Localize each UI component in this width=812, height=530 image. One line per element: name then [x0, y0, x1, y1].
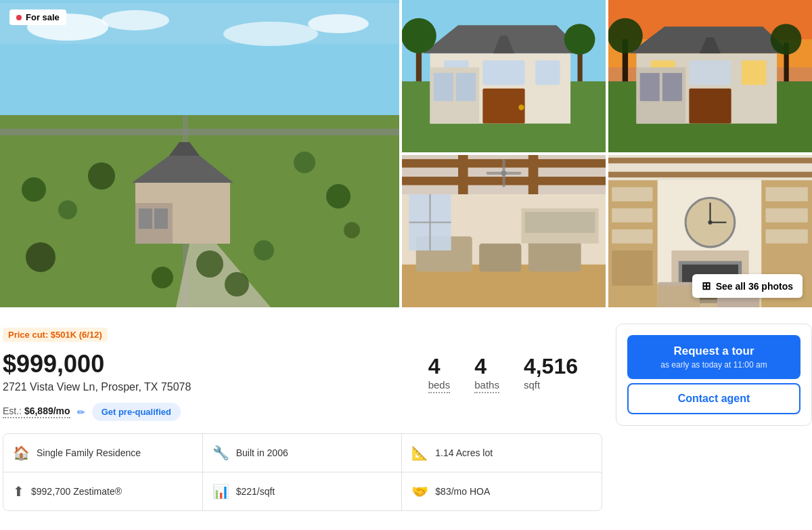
svg-rect-7	[0, 129, 399, 135]
svg-rect-52	[742, 60, 766, 85]
request-tour-button[interactable]: Request a tour as early as today at 11:0…	[627, 335, 800, 379]
see-all-photos-label: See all 36 photos	[716, 281, 793, 292]
listing-info-main: Price cut: $501K (6/12) $999,000 2721 Vi…	[0, 318, 616, 511]
detail-icon: ⬆	[13, 483, 24, 500]
contact-agent-button[interactable]: Contact agent	[627, 383, 800, 414]
svg-rect-88	[612, 250, 652, 286]
detail-cell: 📐1.14 Acres lot	[402, 434, 602, 472]
svg-point-21	[196, 250, 223, 278]
svg-rect-83	[608, 172, 812, 177]
svg-rect-87	[612, 229, 652, 244]
detail-text: $221/sqft	[236, 486, 275, 497]
prequalify-label: Get pre-qualified	[102, 407, 171, 417]
baths-stat: 4 baths	[474, 354, 499, 393]
for-sale-label: For sale	[26, 12, 60, 22]
svg-rect-70	[479, 244, 521, 272]
svg-rect-97	[765, 187, 807, 202]
svg-rect-67	[528, 155, 539, 194]
price-cut-badge: Price cut: $501K (6/12)	[3, 328, 108, 342]
svg-point-16	[254, 240, 274, 261]
request-tour-label: Request a tour	[673, 345, 754, 358]
listing-price: $999,000	[3, 350, 415, 378]
svg-rect-76	[525, 212, 595, 233]
est-monthly-value: $6,889/mo	[24, 405, 70, 416]
detail-cell: 🔧Built in 2006	[203, 434, 403, 472]
prequalify-button[interactable]: Get pre-qualified	[92, 403, 181, 421]
photo-thumb-1[interactable]	[402, 0, 606, 152]
svg-point-22	[152, 267, 173, 288]
sqft-count: 4,516	[524, 354, 578, 379]
svg-point-41	[402, 18, 436, 53]
detail-text: $83/mo HOA	[435, 486, 490, 497]
detail-icon: 🏠	[13, 445, 30, 461]
listing-sidebar: Request a tour as early as today at 11:0…	[616, 318, 812, 511]
status-dot	[16, 15, 22, 20]
svg-point-23	[225, 272, 249, 296]
svg-point-15	[26, 242, 55, 272]
details-grid: 🏠Single Family Residence🔧Built in 2006📐1…	[3, 433, 602, 511]
svg-point-12	[294, 152, 315, 173]
svg-point-11	[88, 162, 115, 190]
svg-point-10	[58, 200, 77, 219]
svg-rect-57	[662, 73, 682, 102]
photo-thumb-4[interactable]: ⊞ See all 36 photos	[608, 155, 812, 307]
photo-grid: For sale	[0, 0, 812, 307]
detail-text: Built in 2006	[236, 447, 288, 458]
contact-agent-label: Contact agent	[678, 393, 750, 404]
detail-icon: 🤝	[411, 483, 428, 500]
detail-cell: ⬆$992,700 Zestimate®	[3, 472, 203, 510]
info-section: Price cut: $501K (6/12) $999,000 2721 Vi…	[0, 307, 812, 511]
detail-text: 1.14 Acres lot	[435, 447, 493, 458]
est-label: Est.:	[3, 405, 22, 416]
edit-icon: ✏	[77, 407, 85, 418]
svg-point-9	[22, 177, 46, 202]
beds-stat: 4 beds	[428, 354, 451, 393]
svg-rect-26	[154, 208, 168, 229]
photo-thumb-2[interactable]	[608, 0, 812, 152]
detail-cell: 🤝$83/mo HOA	[402, 472, 602, 510]
svg-point-43	[564, 24, 595, 55]
tour-sub-text: as early as today at 11:00 am	[660, 360, 767, 370]
detail-text: Single Family Residence	[37, 447, 141, 458]
for-sale-badge: For sale	[9, 9, 66, 25]
svg-rect-86	[612, 208, 652, 223]
detail-text: $992,700 Zestimate®	[31, 486, 122, 497]
beds-count: 4	[428, 354, 441, 379]
svg-point-13	[326, 184, 351, 208]
main-photo[interactable]: For sale	[0, 0, 399, 307]
svg-rect-25	[139, 208, 152, 229]
svg-rect-82	[608, 158, 812, 163]
svg-rect-38	[434, 73, 453, 102]
svg-rect-99	[765, 229, 807, 244]
svg-point-59	[608, 18, 643, 53]
svg-point-4	[223, 22, 318, 46]
svg-point-36	[518, 105, 524, 110]
svg-rect-54	[689, 89, 731, 124]
beds-label: beds	[428, 379, 451, 393]
est-row: Est.: $6,889/mo ✏ Get pre-qualified	[3, 403, 602, 421]
sqft-stat: 4,516 sqft	[524, 354, 578, 392]
see-all-photos-button[interactable]: ⊞ See all 36 photos	[692, 274, 803, 298]
svg-point-3	[102, 10, 169, 30]
sqft-label: sqft	[524, 379, 540, 392]
baths-label: baths	[474, 379, 499, 393]
svg-rect-33	[482, 60, 524, 85]
baths-count: 4	[474, 354, 487, 379]
grid-icon: ⊞	[702, 280, 710, 292]
svg-rect-53	[689, 60, 731, 85]
detail-icon: 📊	[212, 483, 229, 500]
photo-thumb-3[interactable]	[402, 155, 606, 307]
detail-cell: 📊$221/sqft	[203, 472, 403, 510]
svg-point-61	[771, 24, 802, 55]
svg-rect-66	[458, 155, 468, 194]
svg-rect-34	[535, 60, 560, 85]
svg-rect-98	[765, 208, 807, 223]
svg-rect-39	[456, 73, 476, 102]
detail-icon: 📐	[411, 445, 428, 461]
svg-rect-56	[640, 73, 660, 102]
detail-icon: 🔧	[212, 445, 229, 461]
detail-cell: 🏠Single Family Residence	[3, 434, 203, 472]
svg-rect-35	[482, 89, 524, 124]
svg-point-5	[308, 14, 369, 33]
listing-address: 2721 Vista View Ln, Prosper, TX 75078	[3, 381, 415, 393]
